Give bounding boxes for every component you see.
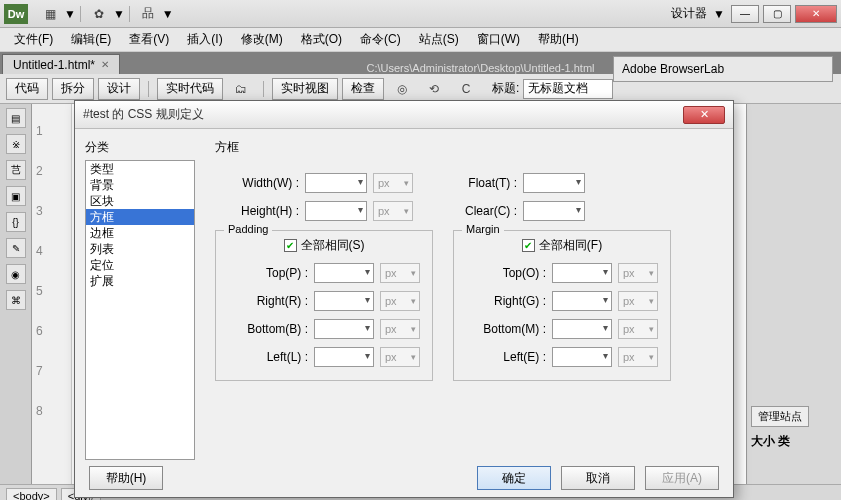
category-item[interactable]: 扩展 [86, 273, 194, 289]
title-input[interactable] [523, 79, 613, 99]
tool-icon[interactable]: ◉ [6, 264, 26, 284]
menu-window[interactable]: 窗口(W) [469, 29, 528, 50]
height-unit[interactable]: px [373, 201, 413, 221]
float-combo[interactable] [523, 173, 585, 193]
margin-fieldset: Margin ✔全部相同(F) Top(O) :px Right(G) :px … [453, 230, 671, 381]
tool-icon[interactable]: 芑 [6, 160, 26, 180]
category-label: 分类 [85, 139, 205, 156]
ok-button[interactable]: 确定 [477, 466, 551, 490]
tool-icon[interactable]: ✎ [6, 238, 26, 258]
maximize-button[interactable]: ▢ [763, 5, 791, 23]
left-toolbar: ▤ ※ 芑 ▣ {} ✎ ◉ ⌘ [0, 104, 32, 484]
padding-fieldset: Padding ✔全部相同(S) Top(P) :px Right(R) :px… [215, 230, 433, 381]
padding-right-combo[interactable] [314, 291, 374, 311]
livecode-button[interactable]: 实时代码 [157, 78, 223, 100]
unit-combo[interactable]: px [618, 263, 658, 283]
padding-left-combo[interactable] [314, 347, 374, 367]
unit-combo[interactable]: px [618, 291, 658, 311]
height-combo[interactable] [305, 201, 367, 221]
nav-icon[interactable]: ⟲ [424, 79, 444, 99]
tool-icon[interactable]: ▣ [6, 186, 26, 206]
unit-combo[interactable]: px [380, 291, 420, 311]
category-item[interactable]: 定位 [86, 257, 194, 273]
padding-same-label: 全部相同(S) [301, 237, 365, 254]
menu-commands[interactable]: 命令(C) [352, 29, 409, 50]
menu-help[interactable]: 帮助(H) [530, 29, 587, 50]
margin-bottom-label: Bottom(M) : [462, 322, 552, 336]
category-item[interactable]: 边框 [86, 225, 194, 241]
menu-modify[interactable]: 修改(M) [233, 29, 291, 50]
minimize-button[interactable]: — [731, 5, 759, 23]
close-tab-icon[interactable]: ✕ [101, 59, 109, 70]
margin-left-combo[interactable] [552, 347, 612, 367]
inspect-button[interactable]: 检查 [342, 78, 384, 100]
menu-edit[interactable]: 编辑(E) [63, 29, 119, 50]
document-tab[interactable]: Untitled-1.html* ✕ [2, 54, 120, 74]
width-unit[interactable]: px [373, 173, 413, 193]
inspect-icon[interactable]: 🗂 [231, 79, 251, 99]
unit-combo[interactable]: px [380, 263, 420, 283]
tool-icon[interactable]: {} [6, 212, 26, 232]
menu-view[interactable]: 查看(V) [121, 29, 177, 50]
margin-top-label: Top(O) : [462, 266, 552, 280]
margin-top-combo[interactable] [552, 263, 612, 283]
height-label: Height(H) : [215, 204, 305, 218]
unit-combo[interactable]: px [380, 347, 420, 367]
padding-top-label: Top(P) : [224, 266, 314, 280]
menu-insert[interactable]: 插入(I) [179, 29, 230, 50]
manage-site-button[interactable]: 管理站点 [751, 406, 809, 427]
margin-left-label: Left(E) : [462, 350, 552, 364]
tag-body[interactable]: <body> [6, 488, 57, 501]
category-item[interactable]: 列表 [86, 241, 194, 257]
right-panel: 管理站点 大小 类 [746, 104, 841, 484]
category-item-selected[interactable]: 方框 [86, 209, 194, 225]
padding-left-label: Left(L) : [224, 350, 314, 364]
browserlab-panel-tab[interactable]: Adobe BrowserLab [613, 56, 833, 82]
workspace-label[interactable]: 设计器 [671, 5, 707, 22]
dialog-close-button[interactable]: ✕ [683, 106, 725, 124]
unit-combo[interactable]: px [380, 319, 420, 339]
layout-icon[interactable]: ▦ [40, 4, 60, 24]
globe-icon[interactable]: ◎ [392, 79, 412, 99]
width-combo[interactable] [305, 173, 367, 193]
unit-combo[interactable]: px [618, 347, 658, 367]
category-item[interactable]: 区块 [86, 193, 194, 209]
padding-top-combo[interactable] [314, 263, 374, 283]
category-item[interactable]: 背景 [86, 177, 194, 193]
extension-icon[interactable]: 品 [138, 4, 158, 24]
padding-same-checkbox[interactable]: ✔ [284, 239, 297, 252]
css-rule-dialog: #test 的 CSS 规则定义 ✕ 分类 类型 背景 区块 方框 边框 列表 … [74, 100, 734, 498]
refresh-icon[interactable]: C [456, 79, 476, 99]
tool-icon[interactable]: ※ [6, 134, 26, 154]
category-item[interactable]: 类型 [86, 161, 194, 177]
padding-bottom-combo[interactable] [314, 319, 374, 339]
margin-right-combo[interactable] [552, 291, 612, 311]
margin-same-checkbox[interactable]: ✔ [522, 239, 535, 252]
help-button[interactable]: 帮助(H) [89, 466, 163, 490]
line-numbers: 12345678 [32, 104, 72, 484]
menu-file[interactable]: 文件(F) [6, 29, 61, 50]
tab-label: Untitled-1.html* [13, 58, 95, 72]
unit-combo[interactable]: px [618, 319, 658, 339]
title-label: 标题: [492, 80, 519, 97]
code-view-button[interactable]: 代码 [6, 78, 48, 100]
split-view-button[interactable]: 拆分 [52, 78, 94, 100]
margin-right-label: Right(G) : [462, 294, 552, 308]
dialog-title: #test 的 CSS 规则定义 [83, 106, 683, 123]
clear-label: Clear(C) : [433, 204, 523, 218]
close-button[interactable]: ✕ [795, 5, 837, 23]
menu-format[interactable]: 格式(O) [293, 29, 350, 50]
margin-bottom-combo[interactable] [552, 319, 612, 339]
gear-icon[interactable]: ✿ [89, 4, 109, 24]
design-view-button[interactable]: 设计 [98, 78, 140, 100]
liveview-button[interactable]: 实时视图 [272, 78, 338, 100]
clear-combo[interactable] [523, 201, 585, 221]
cancel-button[interactable]: 取消 [561, 466, 635, 490]
menu-site[interactable]: 站点(S) [411, 29, 467, 50]
width-label: Width(W) : [215, 176, 305, 190]
margin-legend: Margin [462, 223, 504, 235]
apply-button[interactable]: 应用(A) [645, 466, 719, 490]
category-listbox[interactable]: 类型 背景 区块 方框 边框 列表 定位 扩展 [85, 160, 195, 460]
tool-icon[interactable]: ⌘ [6, 290, 26, 310]
tool-icon[interactable]: ▤ [6, 108, 26, 128]
